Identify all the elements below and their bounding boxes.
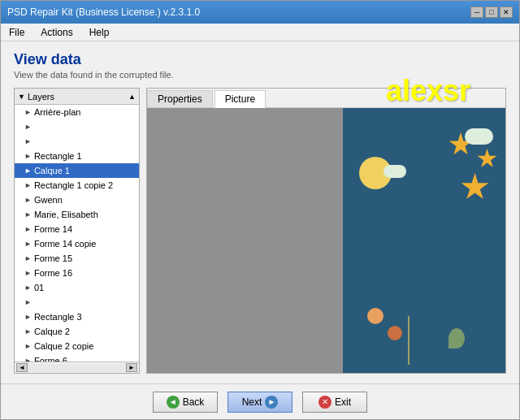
cloud-decoration-1 (465, 128, 493, 145)
next-label: Next (242, 396, 262, 408)
layer-item[interactable]: ►Forme 14 (15, 222, 139, 236)
layers-header-left: ▼ Layers (18, 92, 54, 102)
layer-label: Forme 15 (34, 253, 72, 263)
layer-item[interactable]: ►Rectangle 3 (15, 310, 139, 324)
menu-help[interactable]: Help (84, 25, 115, 40)
cloud-decoration-2 (384, 165, 406, 178)
main-window: PSD Repair Kit (Business License.) v.2.3… (0, 0, 520, 420)
image-gray-area (147, 108, 343, 373)
next-icon: ► (265, 396, 278, 409)
layer-arrow: ► (24, 196, 32, 204)
right-panel: Properties Picture (146, 88, 506, 374)
layer-item[interactable]: ►Rectangle 1 copie 2 (15, 178, 139, 193)
layer-label: Rectangle 1 (34, 151, 82, 161)
scroll-right-btn[interactable]: ► (126, 363, 137, 372)
window-title: PSD Repair Kit (Business License.) v.2.3… (7, 6, 200, 18)
layer-arrow: ► (24, 225, 32, 233)
layer-arrow: ► (24, 210, 32, 219)
title-bar: PSD Repair Kit (Business License.) v.2.3… (1, 1, 519, 24)
layer-item[interactable]: ►01 (15, 280, 139, 295)
layer-item[interactable]: ►Forme 6 (15, 353, 139, 362)
layer-label: Calque 2 copie (34, 341, 93, 351)
layer-label: Rectangle 1 copie 2 (34, 180, 113, 190)
layers-scroll-up[interactable]: ▲ (128, 93, 136, 101)
leaf-decoration (448, 328, 465, 349)
layer-item[interactable]: ►Forme 14 copie (15, 236, 139, 251)
layer-label: Calque 2 (34, 327, 70, 336)
bird-decoration-1 (367, 308, 384, 324)
layer-arrow: ► (24, 181, 32, 189)
layer-label: Marie, Elisabeth (34, 210, 98, 219)
close-button[interactable]: ✕ (500, 6, 513, 18)
layer-arrow: ► (24, 254, 32, 262)
layers-panel: ▼ Layers ▲ ►Arrière-plan►►►Rectangle 1►C… (14, 88, 140, 374)
image-colored-area (343, 108, 505, 373)
exit-label: Exit (335, 396, 351, 408)
page-subtitle: View the data found in the corrupted fil… (14, 70, 506, 80)
collapse-icon[interactable]: ▼ (18, 93, 25, 101)
star-decoration-3 (477, 149, 497, 169)
layer-label: Forme 16 (34, 268, 72, 278)
minimize-button[interactable]: ─ (470, 6, 483, 18)
layer-arrow: ► (24, 152, 32, 160)
layer-item[interactable]: ►Rectangle 1 (15, 149, 139, 163)
layer-arrow: ► (24, 342, 32, 350)
layer-label: Calque 1 (34, 166, 70, 175)
layers-header: ▼ Layers ▲ (15, 89, 139, 105)
layer-arrow: ► (24, 284, 32, 292)
layer-label: Gwenn (34, 195, 63, 205)
layer-label: Forme 14 (34, 224, 72, 234)
layers-label: Layers (28, 92, 54, 102)
main-panel: ▼ Layers ▲ ►Arrière-plan►►►Rectangle 1►C… (14, 88, 506, 374)
back-label: Back (183, 396, 205, 408)
layer-item[interactable]: ►Arrière-plan (15, 105, 139, 119)
layer-label: Forme 6 (34, 356, 67, 362)
tab-content-picture (147, 108, 505, 373)
tabs-bar: Properties Picture (147, 89, 505, 108)
page-title: View data (14, 51, 506, 68)
layer-arrow: ► (24, 313, 32, 321)
layer-item[interactable]: ►Calque 2 (15, 324, 139, 339)
layer-label: Rectangle 3 (34, 312, 82, 322)
exit-icon: ✕ (318, 396, 332, 409)
back-button[interactable]: ◄ Back (153, 392, 218, 413)
content-area: alexsr View data View the data found in … (1, 41, 519, 383)
menu-file[interactable]: File (4, 25, 29, 40)
horizontal-scrollbar[interactable]: ◄ ► (15, 362, 139, 373)
layer-arrow: ► (24, 327, 32, 336)
layer-item[interactable]: ► (15, 119, 139, 134)
layer-label: Arrière-plan (34, 107, 80, 117)
star-decoration-2 (461, 173, 489, 201)
layer-item[interactable]: ►Forme 15 (15, 251, 139, 266)
layer-label: 01 (34, 283, 44, 292)
bird-decoration-2 (388, 326, 402, 340)
layer-arrow: ► (24, 108, 32, 116)
layer-item[interactable]: ►Gwenn (15, 193, 139, 207)
maximize-button[interactable]: □ (485, 6, 498, 18)
bottom-bar: ◄ Back Next ► ✕ Exit (1, 383, 519, 419)
layer-arrow: ► (24, 269, 32, 277)
stem-decoration (408, 316, 410, 365)
exit-button[interactable]: ✕ Exit (302, 392, 367, 413)
scroll-left-btn[interactable]: ◄ (16, 363, 28, 372)
layer-label: Forme 14 copie (34, 239, 96, 249)
layer-item[interactable]: ►Marie, Elisabeth (15, 207, 139, 222)
layer-arrow: ► (24, 167, 32, 175)
layer-arrow: ► (24, 240, 32, 248)
menu-actions[interactable]: Actions (36, 25, 77, 40)
layer-item[interactable]: ► (15, 295, 139, 310)
layer-item[interactable]: ►Calque 2 copie (15, 339, 139, 353)
layers-list[interactable]: ►Arrière-plan►►►Rectangle 1►Calque 1►Rec… (15, 105, 139, 362)
next-button[interactable]: Next ► (228, 392, 292, 413)
layer-item[interactable]: ►Forme 16 (15, 266, 139, 280)
layer-arrow: ► (24, 137, 32, 145)
tab-picture[interactable]: Picture (214, 90, 266, 108)
image-preview (147, 108, 505, 373)
layer-item[interactable]: ► (15, 134, 139, 149)
layer-item[interactable]: ►Calque 1 (15, 163, 139, 178)
back-icon: ◄ (167, 396, 180, 409)
menu-bar: File Actions Help (1, 24, 519, 41)
tab-properties[interactable]: Properties (147, 90, 213, 107)
layer-arrow: ► (24, 298, 32, 306)
layer-arrow: ► (24, 123, 32, 131)
